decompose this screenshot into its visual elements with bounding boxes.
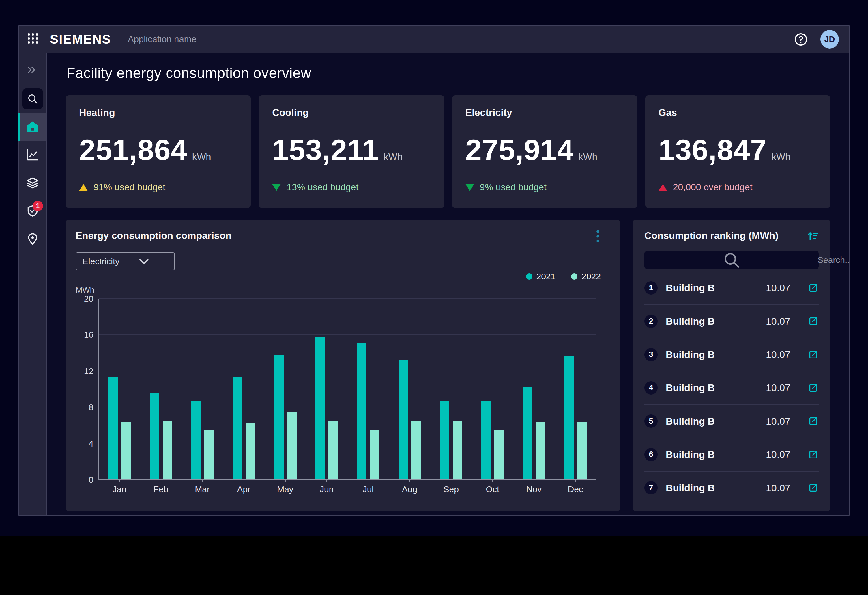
help-icon xyxy=(794,33,808,46)
open-building-button[interactable] xyxy=(808,416,819,426)
external-link-icon xyxy=(808,483,819,493)
bar-2022-jan[interactable] xyxy=(121,422,131,479)
open-building-button[interactable] xyxy=(808,449,819,460)
x-axis-tick xyxy=(326,479,327,482)
ranking-row-2[interactable]: 2 Building B 10.07 xyxy=(644,305,819,338)
bar-2021-jul[interactable] xyxy=(357,343,366,479)
bar-2021-mar[interactable] xyxy=(191,401,201,479)
building-name: Building B xyxy=(666,416,758,427)
y-tick-label: 12 xyxy=(84,366,93,376)
legend-dot xyxy=(526,273,532,280)
consumption-value: 10.07 xyxy=(766,483,790,494)
bar-group-dec xyxy=(555,299,596,479)
sidebar-item-search[interactable] xyxy=(18,84,46,112)
bar-2021-oct[interactable] xyxy=(481,401,491,479)
bar-2022-apr[interactable] xyxy=(245,423,255,479)
search-input[interactable] xyxy=(818,255,849,265)
status-triangle-icon xyxy=(465,184,474,191)
open-building-button[interactable] xyxy=(808,283,819,293)
legend-entry-2022: 2022 xyxy=(571,271,601,281)
kpi-status: 13% used budget xyxy=(272,182,431,192)
kpi-card-gas: Gas 136,847 kWh 20,000 over budget xyxy=(645,95,830,208)
layers-icon xyxy=(26,176,39,189)
kpi-status: 20,000 over budget xyxy=(658,182,817,192)
notification-badge: 1 xyxy=(32,201,43,211)
sort-button[interactable] xyxy=(806,230,819,242)
ranking-search xyxy=(644,251,819,269)
bar-2021-feb[interactable] xyxy=(150,394,159,479)
legend-entry-2021: 2021 xyxy=(526,271,556,281)
sidebar-item-chevron-double-right[interactable] xyxy=(18,56,46,84)
status-triangle-icon xyxy=(79,184,88,191)
kebab-icon xyxy=(596,230,608,244)
bar-group-jul xyxy=(347,299,389,479)
x-tick-label: Oct xyxy=(472,484,513,494)
bar-2021-sep[interactable] xyxy=(440,401,449,479)
bar-2021-jan[interactable] xyxy=(108,377,118,479)
x-axis-tick xyxy=(451,479,451,482)
kpi-value: 275,914 xyxy=(465,133,574,167)
sidebar-item-location-pin[interactable] xyxy=(18,225,46,253)
application-name: Application name xyxy=(128,34,196,44)
bar-2022-nov[interactable] xyxy=(536,422,545,479)
legend-dot xyxy=(571,273,577,280)
bar-2022-dec[interactable] xyxy=(577,422,587,479)
sidebar-item-line-chart[interactable] xyxy=(18,141,46,169)
bar-2022-aug[interactable] xyxy=(412,422,421,479)
sort-icon xyxy=(806,230,819,242)
sidebar-item-shield-check[interactable]: 1 xyxy=(18,197,46,225)
x-tick-label: Jan xyxy=(99,484,140,494)
chart-options-button[interactable] xyxy=(596,230,608,244)
bar-2021-apr[interactable] xyxy=(233,377,242,479)
app-launcher-button[interactable] xyxy=(27,33,41,46)
bar-2022-feb[interactable] xyxy=(163,420,172,479)
kpi-label: Electricity xyxy=(465,107,624,118)
ranking-panel-title: Consumption ranking (MWh) xyxy=(644,230,778,241)
ranking-row-7[interactable]: 7 Building B 10.07 xyxy=(644,472,819,504)
open-building-button[interactable] xyxy=(808,316,819,327)
bar-group-apr xyxy=(223,299,264,479)
avatar[interactable]: JD xyxy=(821,30,839,49)
bar-2021-may[interactable] xyxy=(274,355,283,479)
energy-comparison-panel: Energy consumption comparison Electricit… xyxy=(66,219,620,511)
energy-type-select[interactable]: Electricity xyxy=(75,252,175,270)
bar-2022-jun[interactable] xyxy=(328,420,338,479)
bar-2022-may[interactable] xyxy=(287,411,297,479)
line-chart-icon xyxy=(26,148,39,161)
search-icon xyxy=(651,251,812,269)
kpi-unit: kWh xyxy=(771,151,790,162)
x-tick-label: Sep xyxy=(430,484,472,494)
bar-group-jan xyxy=(99,299,140,479)
ranking-row-6[interactable]: 6 Building B 10.07 xyxy=(644,438,819,471)
bar-2022-jul[interactable] xyxy=(370,430,379,479)
sidebar-item-layers[interactable] xyxy=(18,169,46,197)
bar-2022-sep[interactable] xyxy=(453,420,462,479)
chevron-double-right-icon xyxy=(26,64,39,77)
ranking-row-4[interactable]: 4 Building B 10.07 xyxy=(644,372,819,405)
bar-2022-mar[interactable] xyxy=(204,430,214,479)
open-building-button[interactable] xyxy=(808,382,819,394)
x-tick-label: Apr xyxy=(223,484,264,494)
bar-group-sep xyxy=(430,299,472,479)
search-icon xyxy=(22,88,43,109)
bar-2021-nov[interactable] xyxy=(523,387,532,479)
sidebar-item-home[interactable] xyxy=(18,112,46,141)
open-building-button[interactable] xyxy=(808,349,819,360)
consumption-value: 10.07 xyxy=(766,316,790,327)
help-button[interactable] xyxy=(794,33,808,46)
external-link-icon xyxy=(808,382,819,394)
bar-2021-jun[interactable] xyxy=(315,337,325,479)
bar-2021-aug[interactable] xyxy=(399,360,408,480)
bar-2022-oct[interactable] xyxy=(494,430,504,479)
ranking-row-5[interactable]: 5 Building B 10.07 xyxy=(644,405,819,438)
x-axis-labels: JanFebMarAprMayJunJulAugSepOctNovDec xyxy=(99,484,596,494)
status-triangle-icon xyxy=(658,184,667,191)
ranking-row-1[interactable]: 1 Building B 10.07 xyxy=(644,271,819,305)
bar-2021-dec[interactable] xyxy=(564,355,574,479)
open-building-button[interactable] xyxy=(808,483,819,493)
ranking-row-3[interactable]: 3 Building B 10.07 xyxy=(644,338,819,372)
y-tick-label: 4 xyxy=(89,439,93,448)
rank-badge: 6 xyxy=(644,448,658,461)
y-axis-labels: 048121620 xyxy=(75,299,98,480)
kpi-card-heating: Heating 251,864 kWh 91% used budget xyxy=(66,95,251,208)
